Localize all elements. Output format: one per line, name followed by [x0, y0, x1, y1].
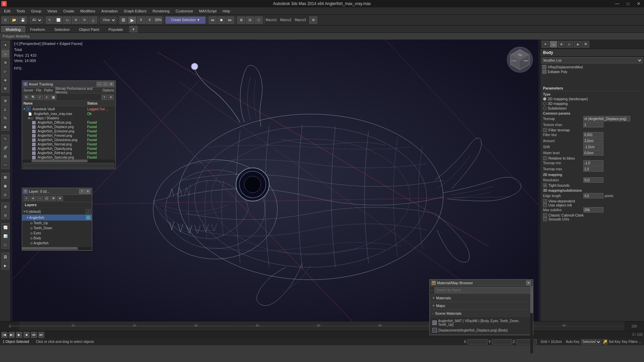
modify-panel-btn[interactable]: ⟁ — [1, 50, 9, 58]
material-btn[interactable]: ⬡ — [255, 16, 263, 24]
mat-editor-btn[interactable]: ⬡ — [1, 241, 9, 249]
align-tool-btn[interactable]: ⊞ — [1, 202, 9, 210]
at-row-maps-folder[interactable]: ▾ 🗁 Maps / Shaders — [22, 116, 115, 120]
schematic-view-btn[interactable]: 📊 — [1, 232, 9, 240]
at-check-btn[interactable]: ✓ — [37, 95, 43, 100]
mirror-tool-btn[interactable]: ⊟ — [1, 211, 9, 219]
open-btn[interactable]: 📂 — [10, 16, 18, 24]
at-help-btn[interactable]: ? — [101, 95, 107, 100]
create-panel-btn[interactable]: ✦ — [1, 41, 9, 49]
mb-vscrollbar[interactable] — [530, 286, 533, 353]
menu-modifiers[interactable]: Modifiers — [77, 8, 98, 14]
lw-select-layer-btn[interactable]: ☑ — [44, 196, 50, 201]
mb-close-btn[interactable]: ✕ — [526, 281, 531, 285]
select-link-btn[interactable]: 🔗 — [1, 143, 9, 152]
motion-btn[interactable]: ▷ — [1, 67, 9, 75]
snap-toggle-btn[interactable]: ⊞ — [1, 97, 9, 105]
menu-tools[interactable]: Tools — [14, 8, 28, 14]
select-filter-btn[interactable]: ▦ — [1, 173, 9, 181]
timeline-ruler[interactable]: 0 10 20 30 40 50 60 70 80 90 100 — [0, 321, 644, 331]
utilities-btn[interactable]: ⚒ — [1, 84, 9, 93]
radio-2d-mapping[interactable]: 2D mapping (landscape) — [543, 97, 641, 101]
at-close2-btn[interactable]: ✕ — [108, 95, 114, 100]
isolate-btn[interactable]: ◎ — [1, 190, 9, 198]
go-to-end-btn[interactable]: ⏭ — [38, 332, 44, 338]
at-row-vault[interactable]: ▾ V Autodesk Vault Logged Out ... — [22, 106, 115, 112]
save-btn[interactable]: 💾 — [19, 16, 27, 24]
lw-row-default[interactable]: ▾ 0 (default) ✓ — [22, 208, 92, 215]
at-row-normal[interactable]: Anglerfish_Normal.png Found — [22, 142, 115, 146]
lw-row-teeth-down[interactable]: ⊙ Teeth_Down — [22, 226, 92, 231]
at-row-glossiness[interactable]: Anglerfish_Glossiness.png Found — [22, 138, 115, 142]
populate-options-btn[interactable]: ▾ — [129, 26, 138, 33]
at-refresh-btn[interactable]: ↻ — [23, 95, 30, 100]
forward-btn[interactable]: ⏭ — [226, 16, 234, 24]
lw-freeze-layer-btn[interactable]: ❄ — [57, 196, 63, 201]
key-btn[interactable]: ⏮ — [209, 16, 217, 24]
menu-maxscript[interactable]: MAXScript — [197, 8, 219, 14]
config-btn[interactable]: ⚙ — [309, 16, 317, 24]
play-animation-btn[interactable]: ▶ — [16, 332, 22, 338]
lw-row-anglerfish-obj[interactable]: ⊙ Anglerfish — [22, 241, 92, 246]
rp-tab-utilities[interactable]: ⚒ — [582, 41, 589, 48]
create-selection-btn[interactable]: Create Selection ▼ — [165, 16, 206, 24]
go-to-start-btn[interactable]: ⏮ — [31, 332, 37, 338]
scale-btn[interactable]: △ — [89, 16, 97, 24]
at-row-emissive[interactable]: Anglerfish_Emissive.png Found — [22, 129, 115, 133]
mb-maps-header[interactable]: + Maps — [430, 302, 533, 309]
new-scene-btn[interactable]: 🗋 — [1, 16, 9, 24]
menu-views[interactable]: Views — [45, 8, 60, 14]
at-row-refract[interactable]: Anglerfish_Refract.png Found — [22, 151, 115, 155]
at-find-btn[interactable]: 🔍 — [30, 95, 36, 100]
classic-catmull-checkbox[interactable] — [543, 213, 547, 217]
at-menu-file[interactable]: File — [36, 88, 41, 92]
display-btn[interactable]: ◈ — [1, 76, 9, 84]
lw-help-btn[interactable]: ? — [79, 189, 85, 194]
menu-animation[interactable]: Animation — [99, 8, 120, 14]
at-menu-bitmap[interactable]: Bitmap Performance and Memory — [55, 87, 100, 94]
shift-input[interactable] — [583, 144, 603, 149]
prev-key-btn[interactable]: |◀ — [1, 332, 7, 338]
rotate-btn[interactable]: ↻ — [80, 16, 89, 24]
tight-bounds-checkbox[interactable]: ✓ — [543, 183, 547, 187]
view-dependent-checkbox[interactable] — [543, 199, 547, 203]
rect-select-btn[interactable]: ▭ — [63, 16, 71, 24]
render-btn4[interactable]: 50% — [154, 16, 162, 24]
modifier-list-select[interactable]: Modifier List — [542, 57, 643, 63]
select-name-btn[interactable]: ⬜ — [54, 16, 62, 24]
maximize-button[interactable]: □ — [623, 0, 633, 7]
percent-snap-btn[interactable]: % — [1, 114, 9, 122]
bind-space-warp-btn[interactable]: 〰 — [1, 161, 9, 169]
resolution-input[interactable] — [583, 177, 603, 183]
render-setup-btn[interactable]: 🖼 — [119, 16, 127, 24]
use-object-mtl-checkbox[interactable] — [543, 203, 547, 207]
mod-edit-poly-checkbox[interactable] — [542, 70, 546, 74]
render-btn3[interactable]: 4 — [146, 16, 154, 24]
at-row-diffuse[interactable]: Anglerfish_Diffuse.png Found — [22, 120, 115, 125]
lw-new-layer-btn[interactable]: + — [23, 196, 30, 201]
at-close-btn[interactable]: ✕ — [109, 82, 114, 86]
align-btn[interactable]: ⊟ — [246, 16, 254, 24]
menu-graph-editors[interactable]: Graph Editors — [121, 8, 149, 14]
move-btn[interactable]: ✛ — [72, 16, 80, 24]
nav-cube[interactable]: Top Right Front — [506, 46, 533, 73]
relative-to-bbox-checkbox[interactable] — [543, 156, 547, 160]
quick-render-btn[interactable]: ▶ — [1, 261, 9, 269]
lw-row-body[interactable]: ⊙ Body — [22, 236, 92, 241]
rp-tab-modify[interactable]: ⟁ — [550, 41, 557, 48]
next-key-btn[interactable]: ▶| — [9, 332, 15, 338]
menu-group[interactable]: Group — [29, 8, 44, 14]
lw-close-btn[interactable]: ✕ — [85, 189, 91, 194]
lw-row-eyes[interactable]: ⊙ Eyes — [22, 231, 92, 236]
radio-3d-mapping[interactable]: 3D mapping — [543, 102, 641, 106]
lw-scroll-thumb[interactable] — [22, 247, 78, 250]
texmap-min-input[interactable] — [583, 160, 603, 166]
y-input[interactable] — [492, 339, 512, 345]
amount-input[interactable] — [583, 138, 603, 143]
at-row-specular[interactable]: Anglerfish_Specular.png Found — [22, 155, 115, 160]
lw-row-teeth-up[interactable]: ⊙ Teeth_Up — [22, 221, 92, 226]
rp-tab-motion[interactable]: ▷ — [566, 41, 573, 48]
filter-texmap-checkbox[interactable] — [543, 128, 547, 132]
menu-rendering[interactable]: Rendering — [150, 8, 172, 14]
tab-object-paint[interactable]: Object Paint — [75, 26, 104, 33]
